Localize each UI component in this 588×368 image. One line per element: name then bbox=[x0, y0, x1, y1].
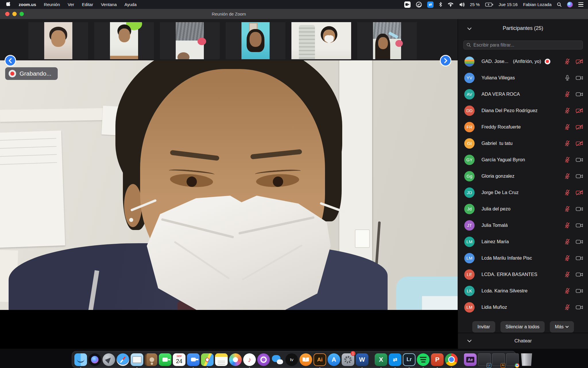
participants-header[interactable]: Participantes (25) bbox=[458, 19, 588, 37]
participant-video-thumbnail[interactable] bbox=[291, 22, 351, 59]
chat-section-header[interactable]: Chatear bbox=[458, 333, 588, 349]
participant-row[interactable]: LMLidia Muñoz bbox=[458, 299, 588, 315]
control-center-list-icon[interactable] bbox=[578, 2, 583, 7]
video-thumbnail-cell[interactable] bbox=[226, 22, 285, 59]
dock-item-finder[interactable] bbox=[74, 352, 87, 367]
participant-video-thumbnail[interactable] bbox=[176, 22, 204, 59]
mic-muted-icon[interactable] bbox=[564, 238, 570, 245]
participant-row[interactable]: AVADA VERA ROCA bbox=[458, 86, 588, 102]
participant-video-thumbnail[interactable] bbox=[241, 22, 270, 59]
dock-item-chrome[interactable] bbox=[445, 352, 458, 367]
camera-on-icon[interactable] bbox=[576, 255, 583, 261]
mic-muted-icon[interactable] bbox=[564, 222, 570, 229]
dock-item-launchpad[interactable] bbox=[102, 352, 115, 367]
participant-row[interactable]: LKLcda. Karina Silvestre bbox=[458, 283, 588, 299]
menu-reunion[interactable]: Reunión bbox=[44, 2, 60, 7]
menu-ventana[interactable]: Ventana bbox=[101, 2, 117, 7]
mic-muted-icon[interactable] bbox=[564, 271, 570, 278]
screen-record-status-icon[interactable] bbox=[404, 1, 411, 8]
dock-item-mail[interactable] bbox=[131, 352, 143, 367]
video-thumbnail-cell[interactable] bbox=[160, 22, 220, 59]
dock-item-minimized-window-lr[interactable]: Lr bbox=[478, 352, 491, 367]
video-thumbnail-cell[interactable] bbox=[357, 22, 417, 59]
dock-item-appletv[interactable]: tv bbox=[285, 352, 298, 367]
participant-video-thumbnail[interactable] bbox=[44, 22, 72, 59]
dock-item-calendar[interactable]: SEP24 bbox=[173, 352, 185, 367]
dock-item-facetime[interactable] bbox=[159, 352, 171, 367]
dock-item-notes[interactable] bbox=[215, 352, 228, 367]
video-thumbnail-cell[interactable] bbox=[28, 22, 88, 59]
camera-on-icon[interactable] bbox=[576, 222, 583, 229]
participant-row[interactable]: JdJulia del pezo bbox=[458, 201, 588, 217]
spotlight-icon[interactable] bbox=[557, 2, 562, 7]
mic-muted-icon[interactable] bbox=[564, 255, 570, 261]
camera-off-icon[interactable] bbox=[576, 124, 583, 130]
participant-row[interactable]: LMLcda Marilu Infante Pisc bbox=[458, 250, 588, 266]
participant-row[interactable]: FRFreddy Rocafuerte bbox=[458, 119, 588, 135]
dock-item-folder-ae[interactable]: Ae bbox=[464, 352, 477, 367]
siri-icon[interactable] bbox=[567, 2, 573, 7]
adobe-cc-status-icon[interactable] bbox=[416, 2, 422, 7]
menu-user-name[interactable]: Fabian Lozada bbox=[523, 2, 552, 7]
mic-muted-icon[interactable] bbox=[564, 304, 570, 310]
dock-item-trash[interactable] bbox=[520, 352, 533, 367]
dock-item-excel[interactable]: X bbox=[375, 352, 387, 367]
dock-item-safari[interactable] bbox=[117, 352, 129, 367]
teamviewer-status-icon[interactable]: ⇄ bbox=[427, 1, 434, 8]
mic-on-icon[interactable] bbox=[564, 74, 570, 81]
camera-off-icon[interactable] bbox=[576, 140, 583, 147]
participant-row[interactable]: LELCDA. ERIKA BASANTES bbox=[458, 266, 588, 283]
mic-muted-icon[interactable] bbox=[564, 58, 570, 65]
mute-all-button[interactable]: Silenciar a todos bbox=[500, 321, 545, 333]
bluetooth-icon[interactable] bbox=[439, 2, 442, 7]
next-page-button[interactable] bbox=[440, 55, 451, 66]
camera-off-icon[interactable] bbox=[576, 108, 583, 114]
dock-item-spotify[interactable] bbox=[417, 352, 430, 367]
participant-row[interactable]: YVYuliana Villegas bbox=[458, 70, 588, 86]
participants-search-input[interactable]: Escribir para filtrar... bbox=[463, 41, 583, 49]
menu-ver[interactable]: Ver bbox=[68, 2, 74, 7]
participant-row[interactable]: GYGarcía Yagual Byron bbox=[458, 152, 588, 168]
camera-off-icon[interactable] bbox=[576, 189, 583, 196]
mic-muted-icon[interactable] bbox=[564, 189, 570, 196]
menu-app-name[interactable]: zoom.us bbox=[19, 2, 36, 7]
dock-item-powerpoint[interactable]: P bbox=[431, 352, 444, 367]
invite-button[interactable]: Invitar bbox=[472, 321, 495, 333]
dock-item-teamviewer[interactable]: ⇄ bbox=[389, 352, 401, 367]
menu-editar[interactable]: Editar bbox=[82, 2, 93, 7]
camera-on-icon[interactable] bbox=[576, 288, 583, 294]
previous-page-button[interactable] bbox=[5, 55, 16, 66]
participant-video-thumbnail[interactable] bbox=[373, 22, 401, 59]
dock-item-podcasts[interactable] bbox=[257, 352, 270, 367]
dock-item-illustrator[interactable]: Ai bbox=[314, 352, 326, 367]
camera-on-icon[interactable] bbox=[576, 239, 583, 245]
participant-video-thumbnail[interactable] bbox=[110, 22, 138, 59]
camera-on-icon[interactable] bbox=[576, 75, 583, 81]
dock-item-minimized-window-ch[interactable] bbox=[506, 352, 519, 367]
more-button[interactable]: Más bbox=[550, 321, 574, 333]
video-thumbnail-cell[interactable] bbox=[94, 22, 154, 59]
wifi-icon[interactable] bbox=[448, 2, 454, 7]
video-thumbnail-cell[interactable] bbox=[291, 22, 351, 59]
camera-on-icon[interactable] bbox=[576, 173, 583, 179]
camera-on-icon[interactable] bbox=[576, 271, 583, 278]
volume-icon[interactable] bbox=[459, 2, 465, 7]
dock-item-siri[interactable] bbox=[88, 352, 101, 367]
participant-row[interactable]: LMLainez María bbox=[458, 233, 588, 250]
dock-item-word[interactable]: W bbox=[356, 352, 368, 367]
camera-on-icon[interactable] bbox=[576, 304, 583, 310]
collapse-participants-icon[interactable] bbox=[467, 26, 472, 31]
dock-item-photos[interactable] bbox=[229, 352, 242, 367]
dock-item-minimized-window-ai[interactable]: Ai bbox=[492, 352, 505, 367]
menu-clock[interactable]: Jue 15:16 bbox=[499, 2, 518, 7]
expand-chat-icon[interactable] bbox=[467, 338, 472, 344]
participant-row[interactable]: DDDiana Del Pezo Rodríguez bbox=[458, 102, 588, 119]
mic-muted-icon[interactable] bbox=[564, 156, 570, 163]
mic-muted-icon[interactable] bbox=[564, 173, 570, 179]
mic-muted-icon[interactable] bbox=[564, 107, 570, 114]
participant-row[interactable]: JDJorge De La Cruz bbox=[458, 184, 588, 201]
participant-row[interactable]: JTJulia Tomalá bbox=[458, 217, 588, 233]
mic-muted-icon[interactable] bbox=[564, 124, 570, 130]
dock-item-appstore[interactable]: A bbox=[328, 352, 340, 367]
dock-item-lightroom[interactable]: Lr bbox=[403, 352, 415, 367]
